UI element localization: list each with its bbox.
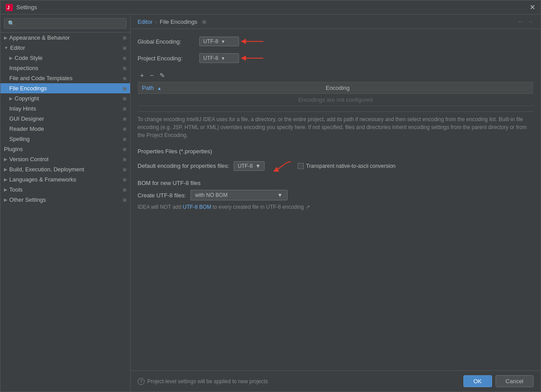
remove-button[interactable]: − xyxy=(147,70,156,80)
sidebar-item-editor[interactable]: ▼ Editor ▣ xyxy=(0,43,130,53)
sidebar-item-appearance[interactable]: ▶ Appearance & Behavior ▣ xyxy=(0,33,130,43)
global-encoding-select[interactable]: UTF-8 ▼ xyxy=(199,37,239,46)
sidebar-item-reader-mode[interactable]: Reader Mode ▣ xyxy=(0,124,130,134)
expand-icon: ▶ xyxy=(4,167,7,172)
red-arrow-annotation-1 xyxy=(239,35,265,48)
expand-icon: ▶ xyxy=(4,187,7,192)
sidebar-item-code-style[interactable]: ▶ Code Style ▣ xyxy=(0,53,130,63)
add-button[interactable]: + xyxy=(138,70,146,80)
sidebar: ▶ Appearance & Behavior ▣ ▼ Editor ▣ ▶ C… xyxy=(0,15,131,392)
dropdown-arrow-icon: ▼ xyxy=(221,56,225,61)
hint-icon: ? xyxy=(138,378,145,385)
expand-icon: ▶ xyxy=(4,197,7,202)
close-button[interactable]: ✕ xyxy=(530,3,535,11)
sidebar-item-label: File and Code Templates xyxy=(9,75,73,81)
sidebar-item-gui-designer[interactable]: GUI Designer ▣ xyxy=(0,114,130,124)
edit-button[interactable]: ✎ xyxy=(157,70,168,80)
props-encoding-select[interactable]: UTF-8 ▼ xyxy=(234,161,265,171)
properties-section: Properties Files (*.properties) Default … xyxy=(138,148,534,174)
project-encoding-select[interactable]: UTF-8 ▼ xyxy=(199,53,239,63)
back-arrow[interactable]: ← xyxy=(518,18,524,25)
encoding-table: Path ▲ Encoding Encodi xyxy=(138,82,534,106)
sidebar-item-label: Other Settings xyxy=(9,196,46,203)
settings-icon: ▣ xyxy=(123,96,127,101)
cancel-button[interactable]: Cancel xyxy=(496,375,534,387)
sidebar-item-label: Plugins xyxy=(4,146,23,152)
dropdown-arrow-icon: ▼ xyxy=(277,192,283,198)
bom-link[interactable]: UTF-8 BOM xyxy=(183,204,212,210)
properties-encoding-row: Default encoding for properties files: U… xyxy=(138,158,534,174)
panel-body: Global Encoding: UTF-8 ▼ xyxy=(131,29,541,370)
breadcrumb-menu-icon[interactable]: ▣ xyxy=(202,19,206,25)
expand-icon: ▼ xyxy=(4,45,8,50)
sidebar-item-copyright[interactable]: ▶ Copyright ▣ xyxy=(0,93,130,104)
sidebar-item-other-settings[interactable]: ▶ Other Settings ▣ xyxy=(0,195,130,205)
expand-icon: ▶ xyxy=(4,177,7,182)
settings-icon: ▣ xyxy=(123,86,127,91)
svg-text:J: J xyxy=(7,5,10,10)
forward-arrow[interactable]: → xyxy=(527,18,534,25)
sidebar-item-file-code-templates[interactable]: File and Code Templates ▣ xyxy=(0,73,130,83)
sidebar-item-build-execution[interactable]: ▶ Build, Execution, Deployment ▣ xyxy=(0,164,130,174)
properties-section-title: Properties Files (*.properties) xyxy=(138,148,534,155)
expand-icon: ▶ xyxy=(4,157,7,162)
sidebar-item-label: Inlay Hints xyxy=(9,105,36,112)
settings-icon: ▣ xyxy=(123,197,127,202)
dropdown-arrow-icon: ▼ xyxy=(255,163,261,169)
project-encoding-label: Project Encoding: xyxy=(138,55,199,62)
table-empty-row: Encodings are not configured xyxy=(138,94,534,106)
sidebar-item-inspections[interactable]: Inspections ▣ xyxy=(0,63,130,73)
sidebar-item-label: GUI Designer xyxy=(9,115,44,122)
info-text: To change encoding IntelliJ IDEA uses fo… xyxy=(138,111,534,143)
settings-icon: ▣ xyxy=(123,45,127,50)
sidebar-item-label: Version Control xyxy=(9,156,49,163)
sidebar-item-label: Copyright xyxy=(15,95,39,102)
red-arrow-annotation-2 xyxy=(239,52,265,64)
settings-icon: ▣ xyxy=(123,126,127,131)
bom-note: IDEA will NOT add UTF-8 BOM to every cre… xyxy=(138,204,534,210)
sidebar-item-plugins[interactable]: Plugins ▣ xyxy=(0,144,130,154)
window-title: Settings xyxy=(16,4,37,11)
bom-select[interactable]: with NO BOM ▼ xyxy=(190,190,287,200)
sidebar-item-languages-frameworks[interactable]: ▶ Languages & Frameworks ▣ xyxy=(0,174,130,185)
footer-hint: ? Project-level settings will be applied… xyxy=(138,378,268,385)
global-encoding-label: Global Encoding: xyxy=(138,38,199,45)
ok-button[interactable]: OK xyxy=(463,375,492,387)
settings-icon: ▣ xyxy=(123,55,127,60)
path-column-header[interactable]: Path ▲ xyxy=(138,82,321,94)
encoding-column-header[interactable]: Encoding xyxy=(321,82,534,94)
sidebar-item-inlay-hints[interactable]: Inlay Hints ▣ xyxy=(0,104,130,114)
dropdown-arrow-icon: ▼ xyxy=(221,39,225,44)
settings-icon: ▣ xyxy=(123,147,127,152)
bom-value: with NO BOM xyxy=(195,192,228,198)
settings-icon: ▣ xyxy=(123,167,127,172)
bom-section: BOM for new UTF-8 files Create UTF-8 fil… xyxy=(138,180,534,210)
sidebar-item-file-encodings[interactable]: File Encodings ▣ xyxy=(0,83,130,93)
global-encoding-value: UTF-8 xyxy=(203,38,218,44)
sidebar-item-label: Languages & Frameworks xyxy=(9,176,76,183)
footer-hint-text: Project-level settings will be applied t… xyxy=(147,378,268,385)
transparent-label: Transparent native-to-ascii conversion xyxy=(306,163,395,169)
project-encoding-value: UTF-8 xyxy=(203,55,218,61)
sidebar-item-label: Editor xyxy=(10,44,25,51)
expand-icon: ▶ xyxy=(9,55,13,60)
settings-icon: ▣ xyxy=(123,76,127,81)
search-box xyxy=(0,15,130,33)
settings-icon: ▣ xyxy=(123,157,127,162)
right-panel: Editor › File Encodings ▣ ← → Global Enc… xyxy=(131,15,541,392)
expand-icon: ▶ xyxy=(4,35,7,40)
settings-icon: ▣ xyxy=(123,116,127,121)
table-toolbar: + − ✎ xyxy=(138,69,534,82)
settings-icon: ▣ xyxy=(123,35,127,40)
app-icon: J xyxy=(6,4,13,11)
breadcrumb-parent[interactable]: Editor xyxy=(138,18,153,25)
sidebar-item-tools[interactable]: ▶ Tools ▣ xyxy=(0,185,130,195)
search-input[interactable] xyxy=(4,18,127,29)
transparent-checkbox[interactable] xyxy=(298,163,304,169)
footer-buttons: OK Cancel xyxy=(463,375,534,387)
sidebar-item-spelling[interactable]: Spelling ▣ xyxy=(0,134,130,144)
red-arrow-annotation-3 xyxy=(269,158,293,174)
settings-icon: ▣ xyxy=(123,106,127,111)
sidebar-item-version-control[interactable]: ▶ Version Control ▣ xyxy=(0,154,130,164)
panel-header: Editor › File Encodings ▣ ← → xyxy=(131,15,541,29)
